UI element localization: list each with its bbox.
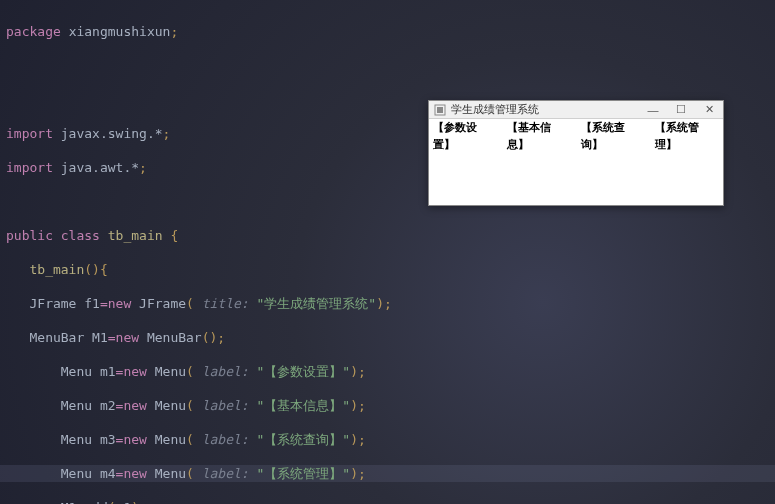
import-path: javax.swing.* (61, 126, 163, 141)
var: m2 (100, 398, 116, 413)
window-maximize-button[interactable]: ☐ (667, 101, 695, 119)
window-minimize-button[interactable]: — (639, 101, 667, 119)
type: JFrame (139, 296, 186, 311)
keyword: new (123, 398, 146, 413)
type: Menu (155, 432, 186, 447)
var: m4 (100, 466, 116, 481)
var: M1 (61, 500, 77, 504)
method: add (84, 500, 107, 504)
keyword: new (116, 330, 139, 345)
class-name: tb_main (108, 228, 163, 243)
keyword: new (123, 432, 146, 447)
window-close-button[interactable]: ✕ (695, 101, 723, 119)
keyword: class (61, 228, 100, 243)
param-hint: label: (202, 364, 249, 379)
type: Menu (155, 398, 186, 413)
string-literal: "【系统管理】" (257, 466, 351, 481)
param-hint: label: (202, 432, 249, 447)
app-menubar: 【参数设置】 【基本信息】 【系统查询】 【系统管理】 (429, 119, 723, 136)
menu-item-params[interactable]: 【参数设置】 (433, 119, 497, 136)
window-title: 学生成绩管理系统 (451, 102, 639, 117)
type: Menu (61, 466, 92, 481)
keyword: new (108, 296, 131, 311)
keyword: import (6, 160, 53, 175)
java-app-icon (433, 103, 447, 117)
window-titlebar[interactable]: 学生成绩管理系统 — ☐ ✕ (429, 101, 723, 119)
type: Menu (61, 398, 92, 413)
param-hint: label: (202, 466, 249, 481)
keyword: package (6, 24, 61, 39)
import-path: java.awt.* (61, 160, 139, 175)
string-literal: "【参数设置】" (257, 364, 351, 379)
type: Menu (61, 432, 92, 447)
type: Menu (155, 364, 186, 379)
var: f1 (84, 296, 100, 311)
keyword: new (123, 466, 146, 481)
type: MenuBar (29, 330, 84, 345)
keyword: new (123, 364, 146, 379)
param-hint: label: (202, 398, 249, 413)
param-hint: title: (202, 296, 249, 311)
java-app-window[interactable]: 学生成绩管理系统 — ☐ ✕ 【参数设置】 【基本信息】 【系统查询】 【系统管… (428, 100, 724, 206)
string-literal: "【系统查询】" (257, 432, 351, 447)
keyword: public (6, 228, 53, 243)
type: JFrame (29, 296, 76, 311)
menu-item-system-query[interactable]: 【系统查询】 (581, 119, 645, 136)
var: m1 (116, 500, 132, 504)
var: m3 (100, 432, 116, 447)
menu-item-system-manage[interactable]: 【系统管理】 (655, 119, 719, 136)
type: Menu (155, 466, 186, 481)
code-editor[interactable]: package xiangmushixun; import javax.swin… (0, 0, 775, 504)
svg-rect-1 (437, 107, 443, 113)
menu-item-basic-info[interactable]: 【基本信息】 (507, 119, 571, 136)
package-name: xiangmushixun (69, 24, 171, 39)
type: Menu (61, 364, 92, 379)
string-literal: "【基本信息】" (257, 398, 351, 413)
var: M1 (92, 330, 108, 345)
keyword: import (6, 126, 53, 141)
constructor-name: tb_main (29, 262, 84, 277)
var: m1 (100, 364, 116, 379)
type: MenuBar (147, 330, 202, 345)
string-literal: "学生成绩管理系统" (257, 296, 377, 311)
